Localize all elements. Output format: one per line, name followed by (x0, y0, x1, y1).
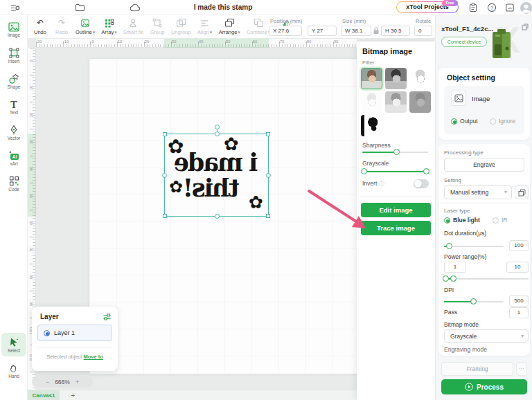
outline-button[interactable]: Outline (75, 17, 96, 36)
power-max-knob[interactable] (450, 275, 456, 282)
sharpness-slider-knob[interactable] (393, 149, 400, 155)
main-menu-icon[interactable] (10, 3, 20, 13)
open-file-icon[interactable] (75, 3, 85, 12)
filter-thumbnail-sketch[interactable] (409, 68, 431, 89)
open-device-window-icon[interactable] (522, 24, 529, 30)
dpi-knob[interactable] (470, 298, 477, 304)
sidebar-item-hand[interactable]: Hand (0, 358, 28, 382)
ungroup-button[interactable]: Ungroup (170, 17, 192, 36)
dot-duration-slider[interactable] (444, 246, 504, 247)
position-y-field[interactable]: Y 27 (308, 26, 337, 36)
combine-button[interactable]: Combine (246, 17, 272, 36)
sidebar-item-text[interactable]: T Text (0, 95, 28, 118)
layer-row[interactable]: Layer 1 (37, 325, 112, 341)
process-button[interactable]: Process (441, 379, 527, 394)
dot-duration-knob[interactable] (446, 243, 452, 249)
filter-thumbnail-original[interactable] (361, 68, 382, 89)
ignore-radio[interactable]: Ignore (490, 118, 515, 125)
resize-handle-bottom[interactable] (215, 214, 220, 219)
power-min-input[interactable]: 1 (444, 262, 466, 273)
sharpness-slider[interactable] (362, 152, 428, 153)
shape-tool-icon (8, 73, 19, 84)
filter-thumbnail-emboss[interactable] (409, 91, 431, 113)
arrange-button[interactable]: Arrange (218, 17, 241, 36)
invert-toggle[interactable] (414, 179, 429, 188)
grayscale-slider[interactable] (362, 171, 428, 172)
grayscale-slider-knob-min[interactable] (361, 168, 367, 174)
move-to-link[interactable]: Move to (84, 354, 103, 360)
resize-handle-top[interactable] (215, 131, 220, 136)
sidebar-item-vector[interactable]: Vector (0, 120, 28, 144)
sidebar-item-code[interactable]: Code (0, 172, 28, 195)
framing-button[interactable]: Framing (441, 362, 513, 376)
resize-handle-top-right[interactable] (266, 132, 270, 136)
sidebar-item-xart[interactable]: AI xArt (0, 146, 28, 170)
vector-tool-icon (9, 125, 19, 135)
rotate-field[interactable]: 0 (414, 26, 432, 36)
device-image (488, 28, 516, 62)
layer-footer: Selected object Move to (32, 354, 118, 360)
group-button[interactable]: Group (149, 17, 166, 36)
tab-canvas1[interactable]: Canvas1 (28, 390, 60, 400)
connect-device-button[interactable]: Connect device (441, 37, 487, 47)
power-min-knob[interactable] (443, 275, 449, 282)
material-library-icon[interactable] (515, 185, 529, 199)
resize-handle-bottom-right[interactable] (266, 214, 270, 218)
add-canvas-button[interactable]: + (68, 390, 78, 400)
resize-handle-left[interactable] (162, 173, 167, 178)
size-h-field[interactable]: H 30.5 (381, 26, 410, 36)
rotate-handle[interactable] (215, 125, 220, 129)
edit-image-button[interactable]: Edit image (361, 203, 431, 217)
feedback-clipboard-icon[interactable] (468, 3, 478, 12)
smart-fill-button[interactable]: Smart fill (123, 17, 144, 36)
cloud-icon[interactable] (130, 3, 141, 12)
notifications-icon[interactable] (505, 3, 515, 12)
sidebar-item-image[interactable]: Image (0, 18, 28, 42)
setting-dropdown[interactable]: Manual setting (444, 185, 512, 199)
trace-image-button[interactable]: Trace image (361, 221, 431, 235)
filter-thumbnail-threshold[interactable] (361, 115, 382, 136)
help-icon[interactable]: ? (487, 3, 497, 12)
laser-blue-radio[interactable]: Blue light (444, 217, 480, 224)
xcs-app-window: I made this stamp xTool Projects Free ? … (0, 0, 532, 400)
zoom-out-button[interactable]: − (46, 379, 49, 385)
selected-stamp-object[interactable]: ✿ ✿ i made ✿ this! ✿ (164, 134, 269, 217)
user-avatar[interactable] (520, 2, 532, 14)
undo-button[interactable]: ↶Undo (32, 17, 48, 36)
output-radio[interactable]: Output (451, 118, 478, 125)
layer-settings-icon[interactable] (103, 313, 112, 321)
sidebar-item-select[interactable]: Select (1, 333, 26, 356)
lock-ratio-icon[interactable] (373, 27, 380, 35)
ignore-radio-dot (490, 118, 496, 125)
resize-handle-top-left[interactable] (163, 132, 167, 136)
power-max-input[interactable]: 10 (506, 262, 529, 273)
filter-thumbnail-dark-grayscale[interactable] (385, 68, 407, 89)
grayscale-slider-knob-max[interactable] (423, 168, 429, 174)
resize-handle-right[interactable] (266, 173, 271, 178)
filter-thumbnail-light-sketch[interactable] (361, 91, 382, 113)
pass-input[interactable]: 1 (509, 307, 529, 318)
laser-ir-radio[interactable]: IR (493, 217, 508, 224)
sidebar-item-insert[interactable]: Insert (0, 44, 28, 67)
dpi-slider[interactable] (444, 301, 504, 302)
filter-thumbnail-soft-grayscale[interactable] (385, 91, 407, 113)
resize-handle-bottom-left[interactable] (163, 214, 167, 218)
processing-type-dropdown[interactable]: Engrave (444, 158, 524, 172)
array-button[interactable]: Array (100, 17, 117, 36)
bitmap-panel-title: Bitmap image (362, 47, 412, 55)
align-button[interactable]: Align (197, 17, 213, 36)
position-x-field[interactable]: X 27.6 (269, 26, 302, 36)
dpi-input[interactable]: 500 (509, 296, 529, 307)
bitmap-mode-dropdown[interactable]: Grayscale (444, 329, 529, 343)
size-w-field[interactable]: W 38.1 (341, 26, 371, 36)
array-icon (105, 17, 114, 28)
stamp-text-line1: i made (165, 150, 268, 174)
framing-more-button[interactable]: ··· (516, 362, 527, 376)
zoom-in-button[interactable]: + (76, 379, 79, 385)
object-type-label: Image (472, 95, 490, 102)
bitmap-mode-label: Bitmap mode (444, 321, 479, 328)
redo-button[interactable]: ↷Redo (53, 17, 70, 36)
sidebar-item-shape[interactable]: Shape (0, 69, 28, 93)
power-range-slider[interactable] (444, 278, 529, 280)
dot-duration-input[interactable]: 100 (509, 240, 529, 251)
